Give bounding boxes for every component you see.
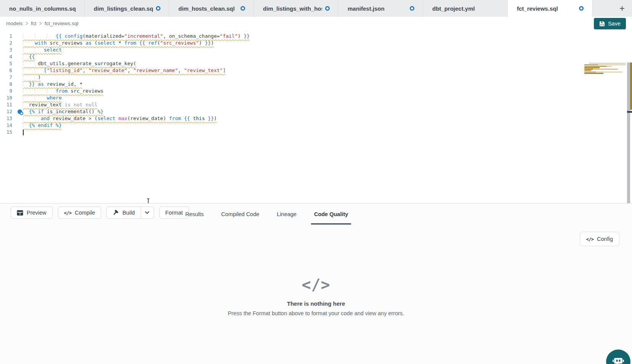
code-line-7[interactable]: 7 ) xyxy=(0,74,632,81)
file-tab-fct_reviews-sql[interactable]: fct_reviews.sql xyxy=(508,0,592,17)
line-number: 10 xyxy=(0,95,17,101)
text-caret xyxy=(23,130,24,135)
line-number: 15 xyxy=(0,129,17,136)
line-text: and review_date > (select max(review_dat… xyxy=(23,115,217,121)
breadcrumb-item[interactable]: models xyxy=(6,21,23,26)
hammer-icon xyxy=(112,210,119,216)
unsaved-changes-dot xyxy=(579,6,584,11)
code-slash-icon: </> xyxy=(0,276,632,293)
save-icon xyxy=(599,21,605,27)
line-number: 6 xyxy=(0,67,17,74)
panel-tab-compiled-code[interactable]: Compiled Code xyxy=(218,204,262,224)
code-editor[interactable]: 1 {{ config(materialized="incremental", … xyxy=(0,31,632,203)
format-label: Format xyxy=(165,210,183,216)
mouse-text-cursor xyxy=(146,198,151,203)
build-options-button[interactable] xyxy=(141,207,154,218)
file-tab-dbt_project-yml[interactable]: dbt_project.yml xyxy=(423,0,508,17)
line-text: with src_reviews as (select * from {{ re… xyxy=(23,40,214,46)
editor-scrollbar-thumb[interactable] xyxy=(627,63,630,203)
breadcrumb-item[interactable]: fct xyxy=(31,21,36,26)
editor-tab-bar: no_nulls_in_columns.sqldim_listings_clea… xyxy=(0,0,632,17)
file-tab-dim_listings_clean-sql[interactable]: dim_listings_clean.sql xyxy=(85,0,169,17)
file-tab-dim_hosts_clean-sql[interactable]: dim_hosts_clean.sql xyxy=(169,0,254,17)
code-lines: 1 {{ config(materialized="incremental", … xyxy=(0,33,632,136)
empty-state-title: There is nothing here xyxy=(0,300,632,307)
panel-tab-code-quality[interactable]: Code Quality xyxy=(311,204,351,224)
empty-state-subtitle: Press the Format button above to format … xyxy=(0,310,632,316)
code-line-5[interactable]: 5 dbt_utils.generate_surrogate_key( xyxy=(0,60,632,67)
bottom-panel: Preview </> Compile Build xyxy=(0,203,632,364)
code-line-10[interactable]: 10 where xyxy=(0,95,632,101)
code-icon: </> xyxy=(64,210,72,216)
code-line-14[interactable]: 14 {% endif %} xyxy=(0,122,632,129)
tab-label: dim_listings_with_hosts.sql xyxy=(263,5,322,12)
scrollbar-position-mark xyxy=(627,111,632,113)
line-number: 9 xyxy=(0,88,17,95)
file-header: models>fct>fct_reviews.sql Save xyxy=(0,17,632,31)
chevron-right-icon: > xyxy=(39,20,42,27)
minimap[interactable] xyxy=(584,63,627,76)
line-text: {% if is_incremental() %} xyxy=(23,109,103,114)
config-label: Config xyxy=(597,236,613,242)
line-text: {{ xyxy=(23,54,35,59)
code-line-2[interactable]: 2 with src_reviews as (select * from {{ … xyxy=(0,40,632,47)
code-icon: </> xyxy=(586,236,594,242)
code-line-9[interactable]: 9 from src_reviews xyxy=(0,88,632,95)
config-button[interactable]: </> Config xyxy=(580,232,620,246)
build-button[interactable]: Build xyxy=(107,207,140,218)
line-number: 8 xyxy=(0,81,17,88)
tab-label: no_nulls_in_columns.sql xyxy=(9,5,76,12)
panel-tab-results[interactable]: Results xyxy=(182,204,207,224)
empty-state: </> There is nothing here Press the Form… xyxy=(0,276,632,316)
file-tab-manifest-json[interactable]: manifest.json xyxy=(338,0,423,17)
code-line-6[interactable]: 6 ["listing_id", "review_date", "reviewe… xyxy=(0,67,632,74)
chevron-right-icon: > xyxy=(26,20,29,27)
scrollbar-warning-ruler xyxy=(630,63,632,110)
code-line-12[interactable]: 12 {% if is_incremental() %} xyxy=(0,108,632,115)
panel-tab-bar: ResultsCompiled CodeLineageCode Quality xyxy=(182,204,351,224)
code-line-1[interactable]: 1 {{ config(materialized="incremental", … xyxy=(0,33,632,40)
file-tab-no_nulls_in_columns-sql[interactable]: no_nulls_in_columns.sql xyxy=(0,0,85,17)
file-tab-dim_listings_with_hosts-sql[interactable]: dim_listings_with_hosts.sql xyxy=(254,0,338,17)
line-text: where xyxy=(23,95,62,101)
line-number: 14 xyxy=(0,122,17,129)
chevron-down-icon xyxy=(145,211,149,214)
tab-label: dim_hosts_clean.sql xyxy=(178,5,235,12)
compile-button[interactable]: </> Compile xyxy=(58,207,101,219)
new-tab-button[interactable]: + xyxy=(615,0,629,17)
line-number: 5 xyxy=(0,60,17,67)
code-line-13[interactable]: 13 and review_date > (select max(review_… xyxy=(0,115,632,122)
code-line-15[interactable]: 15 xyxy=(0,129,632,136)
line-text: ) xyxy=(23,74,41,80)
line-text: from src_reviews xyxy=(23,88,103,94)
save-label: Save xyxy=(608,21,621,27)
line-number: 11 xyxy=(0,101,17,108)
unsaved-changes-dot xyxy=(410,6,414,11)
line-text: {% endif %} xyxy=(23,122,62,128)
panel-tab-lineage[interactable]: Lineage xyxy=(274,204,300,224)
code-line-11[interactable]: 11 review_text is not null xyxy=(0,101,632,108)
unsaved-changes-dot xyxy=(325,6,330,11)
code-action-icon[interactable] xyxy=(18,109,22,114)
line-text: {{ config(materialized="incremental", on… xyxy=(23,33,250,39)
code-line-8[interactable]: 8 }} as review_id, * xyxy=(0,81,632,88)
tab-label: fct_reviews.sql xyxy=(517,5,558,12)
build-label: Build xyxy=(122,210,135,216)
code-line-4[interactable]: 4 {{ xyxy=(0,53,632,60)
preview-button[interactable]: Preview xyxy=(11,207,53,219)
line-text: dbt_utils.generate_surrogate_key( xyxy=(23,61,136,66)
robot-chat-icon xyxy=(612,356,625,364)
line-text: ["listing_id", "review_date", "reviewer_… xyxy=(23,67,226,73)
code-line-3[interactable]: 3 select xyxy=(0,47,632,53)
breadcrumb-item[interactable]: fct_reviews.sql xyxy=(45,21,79,26)
action-button-row: Preview </> Compile Build xyxy=(11,207,189,219)
line-text: }} as review_id, * xyxy=(23,81,83,87)
line-number: 12 xyxy=(0,108,17,115)
tab-label: dbt_project.yml xyxy=(432,5,475,12)
save-button[interactable]: Save xyxy=(594,18,626,29)
preview-label: Preview xyxy=(27,210,47,216)
line-number: 7 xyxy=(0,74,17,81)
line-number: 1 xyxy=(0,33,17,40)
line-number: 4 xyxy=(0,53,17,60)
panel-toolbar: Preview </> Compile Build xyxy=(0,204,632,224)
